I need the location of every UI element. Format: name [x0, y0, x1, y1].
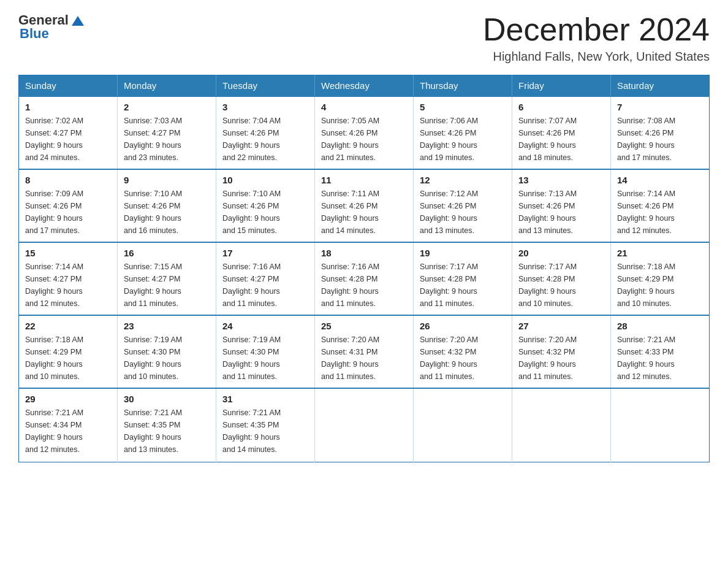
week-row-3: 15 Sunrise: 7:14 AMSunset: 4:27 PMDaylig… — [19, 242, 710, 315]
calendar-cell: 3 Sunrise: 7:04 AMSunset: 4:26 PMDayligh… — [216, 96, 315, 169]
day-info: Sunrise: 7:20 AMSunset: 4:32 PMDaylight:… — [420, 335, 478, 381]
day-number: 1 — [25, 102, 111, 112]
day-number: 19 — [420, 248, 506, 258]
calendar-cell — [414, 388, 512, 462]
calendar-cell: 29 Sunrise: 7:21 AMSunset: 4:34 PMDaylig… — [19, 388, 118, 462]
day-info: Sunrise: 7:11 AMSunset: 4:26 PMDaylight:… — [321, 190, 379, 235]
day-info: Sunrise: 7:17 AMSunset: 4:28 PMDaylight:… — [420, 262, 478, 308]
day-info: Sunrise: 7:16 AMSunset: 4:27 PMDaylight:… — [222, 262, 281, 308]
calendar-cell — [512, 388, 611, 462]
calendar-cell: 7 Sunrise: 7:08 AMSunset: 4:26 PMDayligh… — [611, 96, 710, 169]
day-info: Sunrise: 7:09 AMSunset: 4:26 PMDaylight:… — [25, 190, 83, 235]
calendar-cell: 4 Sunrise: 7:05 AMSunset: 4:26 PMDayligh… — [315, 96, 414, 169]
day-info: Sunrise: 7:19 AMSunset: 4:30 PMDaylight:… — [222, 335, 281, 381]
day-number: 14 — [617, 175, 703, 185]
calendar-cell: 8 Sunrise: 7:09 AMSunset: 4:26 PMDayligh… — [19, 169, 118, 242]
day-info: Sunrise: 7:20 AMSunset: 4:31 PMDaylight:… — [321, 335, 379, 381]
day-number: 2 — [124, 102, 210, 112]
day-info: Sunrise: 7:06 AMSunset: 4:26 PMDaylight:… — [420, 117, 478, 162]
calendar-cell: 9 Sunrise: 7:10 AMSunset: 4:26 PMDayligh… — [118, 169, 216, 242]
day-number: 25 — [321, 321, 407, 331]
calendar-cell: 17 Sunrise: 7:16 AMSunset: 4:27 PMDaylig… — [216, 242, 315, 315]
logo-blue: Blue — [18, 26, 49, 42]
weekday-header-row: SundayMondayTuesdayWednesdayThursdayFrid… — [19, 75, 710, 97]
day-number: 3 — [222, 102, 308, 112]
day-number: 5 — [420, 102, 506, 112]
day-number: 28 — [617, 321, 703, 331]
day-number: 18 — [321, 248, 407, 258]
day-info: Sunrise: 7:18 AMSunset: 4:29 PMDaylight:… — [617, 262, 675, 308]
day-info: Sunrise: 7:05 AMSunset: 4:26 PMDaylight:… — [321, 117, 379, 162]
day-number: 27 — [518, 321, 604, 331]
calendar-cell: 19 Sunrise: 7:17 AMSunset: 4:28 PMDaylig… — [414, 242, 512, 315]
day-info: Sunrise: 7:14 AMSunset: 4:27 PMDaylight:… — [25, 262, 83, 308]
calendar-cell: 14 Sunrise: 7:14 AMSunset: 4:26 PMDaylig… — [611, 169, 710, 242]
day-info: Sunrise: 7:15 AMSunset: 4:27 PMDaylight:… — [124, 262, 182, 308]
calendar-table: SundayMondayTuesdayWednesdayThursdayFrid… — [18, 75, 710, 462]
week-row-5: 29 Sunrise: 7:21 AMSunset: 4:34 PMDaylig… — [19, 388, 710, 462]
calendar-cell: 21 Sunrise: 7:18 AMSunset: 4:29 PMDaylig… — [611, 242, 710, 315]
day-number: 23 — [124, 321, 210, 331]
week-row-1: 1 Sunrise: 7:02 AMSunset: 4:27 PMDayligh… — [19, 96, 710, 169]
calendar-cell: 6 Sunrise: 7:07 AMSunset: 4:26 PMDayligh… — [512, 96, 611, 169]
day-number: 31 — [222, 394, 308, 404]
week-row-2: 8 Sunrise: 7:09 AMSunset: 4:26 PMDayligh… — [19, 169, 710, 242]
day-info: Sunrise: 7:13 AMSunset: 4:26 PMDaylight:… — [518, 190, 577, 235]
day-number: 22 — [25, 321, 111, 331]
day-number: 13 — [518, 175, 604, 185]
logo-triangle-icon — [72, 16, 84, 26]
header-thursday: Thursday — [414, 75, 512, 97]
calendar-cell: 5 Sunrise: 7:06 AMSunset: 4:26 PMDayligh… — [414, 96, 512, 169]
calendar-cell: 10 Sunrise: 7:10 AMSunset: 4:26 PMDaylig… — [216, 169, 315, 242]
day-number: 12 — [420, 175, 506, 185]
month-title: December 2024 — [483, 12, 710, 47]
day-info: Sunrise: 7:21 AMSunset: 4:35 PMDaylight:… — [222, 408, 281, 454]
calendar-cell — [611, 388, 710, 462]
calendar-cell: 16 Sunrise: 7:15 AMSunset: 4:27 PMDaylig… — [118, 242, 216, 315]
day-number: 29 — [25, 394, 111, 404]
day-number: 11 — [321, 175, 407, 185]
day-number: 20 — [518, 248, 604, 258]
day-info: Sunrise: 7:17 AMSunset: 4:28 PMDaylight:… — [518, 262, 577, 308]
day-number: 26 — [420, 321, 506, 331]
day-info: Sunrise: 7:16 AMSunset: 4:28 PMDaylight:… — [321, 262, 379, 308]
header-saturday: Saturday — [611, 75, 710, 97]
day-info: Sunrise: 7:07 AMSunset: 4:26 PMDaylight:… — [518, 117, 577, 162]
day-number: 10 — [222, 175, 308, 185]
calendar-cell: 30 Sunrise: 7:21 AMSunset: 4:35 PMDaylig… — [118, 388, 216, 462]
day-info: Sunrise: 7:03 AMSunset: 4:27 PMDaylight:… — [124, 117, 182, 162]
day-number: 16 — [124, 248, 210, 258]
day-number: 30 — [124, 394, 210, 404]
calendar-cell: 12 Sunrise: 7:12 AMSunset: 4:26 PMDaylig… — [414, 169, 512, 242]
day-info: Sunrise: 7:02 AMSunset: 4:27 PMDaylight:… — [25, 117, 83, 162]
title-area: December 2024 Highland Falls, New York, … — [483, 12, 710, 64]
day-info: Sunrise: 7:21 AMSunset: 4:35 PMDaylight:… — [124, 408, 182, 454]
logo: General Blue — [18, 12, 84, 42]
header-wednesday: Wednesday — [315, 75, 414, 97]
day-number: 7 — [617, 102, 703, 112]
calendar-cell: 22 Sunrise: 7:18 AMSunset: 4:29 PMDaylig… — [19, 315, 118, 388]
location-title: Highland Falls, New York, United States — [483, 50, 710, 64]
day-info: Sunrise: 7:10 AMSunset: 4:26 PMDaylight:… — [222, 190, 281, 235]
day-info: Sunrise: 7:08 AMSunset: 4:26 PMDaylight:… — [617, 117, 675, 162]
day-number: 8 — [25, 175, 111, 185]
day-number: 21 — [617, 248, 703, 258]
day-info: Sunrise: 7:21 AMSunset: 4:33 PMDaylight:… — [617, 335, 675, 381]
calendar-cell — [315, 388, 414, 462]
day-number: 6 — [518, 102, 604, 112]
calendar-cell: 23 Sunrise: 7:19 AMSunset: 4:30 PMDaylig… — [118, 315, 216, 388]
calendar-cell: 20 Sunrise: 7:17 AMSunset: 4:28 PMDaylig… — [512, 242, 611, 315]
day-info: Sunrise: 7:19 AMSunset: 4:30 PMDaylight:… — [124, 335, 182, 381]
calendar-cell: 13 Sunrise: 7:13 AMSunset: 4:26 PMDaylig… — [512, 169, 611, 242]
calendar-cell: 26 Sunrise: 7:20 AMSunset: 4:32 PMDaylig… — [414, 315, 512, 388]
calendar-cell: 28 Sunrise: 7:21 AMSunset: 4:33 PMDaylig… — [611, 315, 710, 388]
calendar-cell: 2 Sunrise: 7:03 AMSunset: 4:27 PMDayligh… — [118, 96, 216, 169]
calendar-cell: 18 Sunrise: 7:16 AMSunset: 4:28 PMDaylig… — [315, 242, 414, 315]
calendar-cell: 31 Sunrise: 7:21 AMSunset: 4:35 PMDaylig… — [216, 388, 315, 462]
header-friday: Friday — [512, 75, 611, 97]
day-info: Sunrise: 7:14 AMSunset: 4:26 PMDaylight:… — [617, 190, 675, 235]
day-info: Sunrise: 7:18 AMSunset: 4:29 PMDaylight:… — [25, 335, 83, 381]
day-number: 9 — [124, 175, 210, 185]
day-info: Sunrise: 7:21 AMSunset: 4:34 PMDaylight:… — [25, 408, 83, 454]
day-info: Sunrise: 7:12 AMSunset: 4:26 PMDaylight:… — [420, 190, 478, 235]
